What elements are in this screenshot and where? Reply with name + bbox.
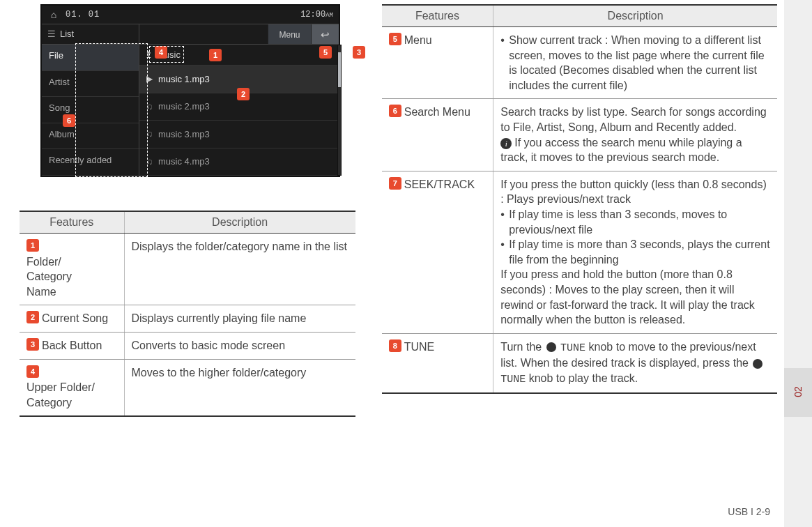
menu-button[interactable]: Menu <box>268 24 311 44</box>
sidebar-item-recent[interactable]: Recently added <box>42 149 139 176</box>
scrollbar-thumb[interactable] <box>338 52 341 87</box>
num-badge: 5 <box>389 33 401 45</box>
feature-desc: Displays the folder/category name in the… <box>124 234 355 305</box>
callout-6: 6 <box>63 114 75 127</box>
feature-name: Back Button <box>42 338 102 353</box>
category-sidebar: File Artist Song Album Recently added <box>42 45 139 176</box>
tune-knob-icon <box>753 359 763 369</box>
feature-desc: If you press the button quickly (less th… <box>493 171 777 333</box>
up-folder-icon: ↥ <box>145 49 153 60</box>
num-badge: 1 <box>26 239 39 252</box>
feature-desc: Converts to basic mode screen <box>124 332 355 359</box>
features-table-left: Features Description 1Folder/ Category N… <box>20 211 355 417</box>
feature-desc: Search tracks by list type. Search for s… <box>493 99 777 171</box>
status-date: 01. 01 <box>66 10 300 20</box>
num-badge: 6 <box>389 105 401 117</box>
scrollbar[interactable] <box>337 45 342 176</box>
features-table-right: Features Description 5Menu Show current … <box>382 4 777 394</box>
track-row[interactable]: ♫music 4.mp3 <box>139 148 339 176</box>
num-badge: 3 <box>26 338 39 351</box>
table-row: 6Search Menu Search tracks by list type.… <box>382 99 777 171</box>
list-label: ☰List <box>42 24 139 44</box>
col-features: Features <box>382 5 493 27</box>
table-row: 5Menu Show current track : When moving t… <box>382 27 777 99</box>
col-description: Description <box>493 5 777 27</box>
callout-2: 2 <box>237 88 250 100</box>
page-footer: USB I 2-9 <box>728 506 770 517</box>
table-row: 8TUNE Turn the TUNE knob to move to the … <box>382 333 777 393</box>
callout-1: 1 <box>209 49 222 61</box>
table-row: 3Back Button Converts to basic mode scre… <box>20 332 355 359</box>
sidebar-item-file[interactable]: File <box>42 45 139 71</box>
table-row: 1Folder/ Category Name Displays the fold… <box>20 234 355 305</box>
num-badge: 2 <box>26 311 39 323</box>
feature-name: Search Menu <box>404 105 470 120</box>
feature-desc: Moves to the higher folder/category <box>124 359 355 416</box>
home-icon: ⌂ <box>42 9 66 20</box>
feature-name: Menu <box>404 33 432 48</box>
num-badge: 8 <box>389 339 401 352</box>
music-note-icon: ♫ <box>146 157 153 167</box>
feature-name: Folder/ Category Name <box>26 254 103 300</box>
callout-4: 4 <box>155 46 167 59</box>
infotainment-screenshot: ⌂ 01. 01 12:00AM ☰List Menu ↩ File Artis… <box>40 4 340 177</box>
list-header: ☰List Menu ↩ <box>42 24 339 45</box>
sidebar-item-song[interactable]: Song <box>42 97 139 123</box>
music-note-icon: ♫ <box>146 129 153 139</box>
breadcrumb[interactable]: ↥ Music <box>139 45 339 66</box>
feature-desc: Turn the TUNE knob to move to the previo… <box>493 333 777 393</box>
table-row: 7SEEK/TRACK If you press the button quic… <box>382 171 777 333</box>
num-badge: 7 <box>389 177 401 190</box>
table-row: 4Upper Folder/ Category Moves to the hig… <box>20 359 355 416</box>
feature-desc: Displays currently playing file name <box>124 305 355 333</box>
music-note-icon: ♫ <box>146 102 153 112</box>
section-number: 02 <box>792 378 804 406</box>
feature-name: SEEK/TRACK <box>404 177 475 192</box>
status-time: 12:00AM <box>300 10 339 20</box>
feature-name: TUNE <box>404 339 435 355</box>
status-bar: ⌂ 01. 01 12:00AM <box>42 6 339 24</box>
feature-name: Current Song <box>42 311 108 326</box>
back-button[interactable]: ↩ <box>311 24 339 44</box>
callout-5: 5 <box>319 46 332 59</box>
feature-name: Upper Folder/ Category <box>26 380 103 410</box>
feature-desc: Show current track : When moving to a di… <box>493 27 777 99</box>
col-features: Features <box>20 211 124 234</box>
info-icon: i <box>500 138 512 149</box>
tune-knob-icon <box>546 342 556 352</box>
section-tab-strip: 02 <box>784 0 812 527</box>
play-icon: ▶ <box>146 74 153 84</box>
table-row: 2Current Song Displays currently playing… <box>20 305 355 333</box>
track-row[interactable]: ♫music 3.mp3 <box>139 121 339 148</box>
num-badge: 4 <box>26 365 39 378</box>
sidebar-item-album[interactable]: Album <box>42 123 139 150</box>
sidebar-item-artist[interactable]: Artist <box>42 71 139 98</box>
col-description: Description <box>124 211 355 234</box>
callout-3: 3 <box>353 46 365 59</box>
